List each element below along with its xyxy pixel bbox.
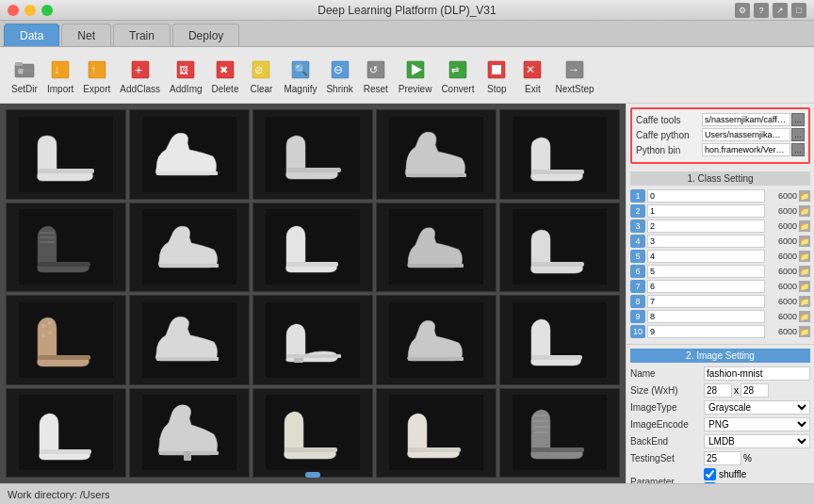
addclass-button[interactable]: + AddClass [116,55,164,96]
close-button[interactable] [8,5,19,16]
preview-button[interactable]: Preview [395,55,436,96]
shuffle-checkbox[interactable] [704,468,716,480]
maximize-button[interactable] [41,5,53,16]
minimize-button[interactable] [24,5,36,16]
exit-button[interactable]: ✕ Exit [515,55,549,96]
image-cell-9[interactable] [499,203,620,293]
class-name-3[interactable] [647,235,765,248]
setdir-button[interactable]: ⊞ SetDir [8,55,41,96]
class-edit-1[interactable]: 📁 [799,205,810,217]
class-edit-4[interactable]: 📁 [799,251,810,262]
class-edit-8[interactable]: 📁 [799,311,810,322]
image-cell-11[interactable] [129,295,250,385]
image-cell-16[interactable] [129,388,250,479]
svg-rect-79 [531,447,584,452]
image-cell-4[interactable] [499,109,620,200]
help-icon[interactable]: ? [754,3,769,18]
class-name-2[interactable] [647,219,765,233]
nextstep-button[interactable]: → NextStep [551,55,597,96]
backend-select[interactable]: LMDB [704,434,810,448]
image-settings-header: 2. Image Setting [630,349,810,363]
caffe-python-input[interactable] [702,128,790,141]
imagetype-select[interactable]: Grayscale [704,400,810,415]
window-icon[interactable]: □ [791,3,806,18]
testingset-input[interactable] [704,451,741,465]
image-cell-6[interactable] [129,203,250,293]
class-name-6[interactable] [647,280,765,293]
addimg-button[interactable]: 🖼 AddImg [166,55,205,96]
class-name-1[interactable] [647,204,765,218]
stop-button[interactable]: Stop [480,55,513,96]
meanfile-checkbox[interactable] [704,482,716,483]
tab-deploy[interactable]: Deploy [172,24,239,46]
shrink-button[interactable]: ⊖ Shrink [322,55,356,96]
image-cell-5[interactable] [6,203,126,293]
class-edit-0[interactable]: 📁 [799,190,810,202]
image-cell-1[interactable] [129,109,250,200]
width-input[interactable] [704,383,732,398]
name-setting-label: Name [630,368,704,379]
class-name-5[interactable] [647,265,765,278]
class-edit-2[interactable]: 📁 [799,220,810,232]
image-cell-2[interactable] [252,109,373,200]
class-name-0[interactable] [647,189,765,203]
class-name-4[interactable] [647,250,765,263]
export-button[interactable]: ↑ Export [79,55,114,96]
class-edit-5[interactable]: 📁 [799,266,810,277]
class-edit-3[interactable]: 📁 [799,236,810,247]
height-input[interactable] [741,383,769,398]
image-grid [0,104,626,483]
toolbar: ⊞ SetDir ↓ Import ↑ Export + [0,47,814,104]
class-count-6: 6000 [767,282,797,291]
addimg-icon: 🖼 [174,59,197,80]
image-cell-12[interactable] [252,295,373,385]
settings-icon[interactable]: ⚙ [735,3,750,18]
magnify-button[interactable]: 🔍 Magnify [280,55,320,96]
image-cell-3[interactable] [376,109,497,200]
convert-button[interactable]: ⇄ Convert [437,55,478,96]
tab-net[interactable]: Net [61,24,111,46]
class-name-9[interactable] [647,325,765,338]
svg-rect-67 [513,302,607,378]
caffe-tools-browse[interactable]: … [791,113,805,126]
caffe-bin-browse[interactable]: … [791,143,805,156]
svg-rect-48 [266,209,360,285]
import-button[interactable]: ↓ Import [43,55,77,96]
image-cell-18[interactable] [376,388,497,479]
share-icon[interactable]: ↗ [773,3,788,18]
class-edit-9[interactable]: 📁 [799,326,810,337]
class-name-8[interactable] [647,310,765,323]
image-cell-13[interactable] [376,295,497,385]
caffe-tools-input[interactable] [702,113,790,126]
image-cell-10[interactable] [6,295,126,385]
delete-button[interactable]: ✖ Delete [208,55,243,96]
size-inputs: x [704,383,769,398]
tab-train[interactable]: Train [113,24,171,46]
class-row-6: 7 6000 📁 [630,280,810,293]
image-cell-19[interactable] [499,388,620,479]
image-cell-14[interactable] [499,295,620,385]
name-setting-input[interactable] [704,366,810,381]
class-name-7[interactable] [647,295,765,308]
image-cell-7[interactable] [252,203,373,293]
svg-point-59 [48,331,52,334]
image-cell-0[interactable] [6,109,126,200]
svg-text:⊖: ⊖ [334,63,343,76]
delete-icon: ✖ [214,59,236,80]
svg-rect-66 [408,357,464,361]
class-num-2: 2 [630,204,645,218]
class-edit-6[interactable]: 📁 [799,281,810,292]
caffe-python-browse[interactable]: … [791,128,805,141]
image-cell-17[interactable] [252,388,373,479]
tab-data[interactable]: Data [4,24,59,46]
svg-text:⇄: ⇄ [451,65,459,75]
class-row-5: 6 6000 📁 [630,265,810,278]
shrink-icon: ⊖ [329,59,351,80]
image-cell-8[interactable] [376,203,497,293]
class-edit-7[interactable]: 📁 [799,296,810,307]
imageencode-select[interactable]: PNG [704,417,810,431]
clear-button[interactable]: ⊘ Clear [244,55,278,96]
reset-button[interactable]: ↺ Reset [359,55,393,96]
caffe-bin-input[interactable] [702,143,790,156]
image-cell-15[interactable] [6,388,126,479]
